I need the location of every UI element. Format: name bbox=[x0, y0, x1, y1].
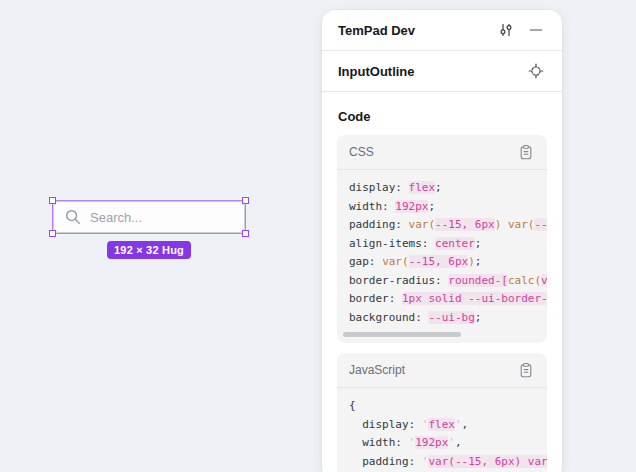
clipboard-icon bbox=[518, 362, 533, 379]
settings-button[interactable] bbox=[496, 20, 516, 40]
css-block-label: CSS bbox=[349, 145, 515, 159]
code-line: { bbox=[349, 397, 535, 416]
tempad-dev-panel: TemPad Dev bbox=[322, 10, 562, 472]
search-icon bbox=[64, 208, 82, 226]
selection-handle-bottom-right[interactable] bbox=[242, 230, 249, 237]
code-line: width: 192px; bbox=[349, 198, 535, 217]
selected-element[interactable]: 192 × 32 Hug bbox=[53, 201, 245, 233]
code-line: display: 'flex', bbox=[349, 416, 535, 435]
search-input-component[interactable] bbox=[53, 201, 245, 233]
css-block-header: CSS bbox=[337, 135, 547, 170]
selected-node-row: InputOutline bbox=[322, 51, 562, 91]
javascript-code-block: JavaScript { display: 'flex', width: '19… bbox=[337, 353, 547, 472]
scrollbar-thumb[interactable] bbox=[343, 332, 461, 337]
code-line: background: --ui-bg; bbox=[349, 309, 535, 328]
panel-header: TemPad Dev bbox=[322, 10, 562, 50]
css-code-block: CSS display: flex;width: 192px;padding: … bbox=[337, 135, 547, 343]
locate-node-button[interactable] bbox=[526, 61, 546, 81]
code-line: padding: var(--15, 6px) var(-- bbox=[349, 216, 535, 235]
selection-handle-top-right[interactable] bbox=[242, 197, 249, 204]
code-section-heading: Code bbox=[322, 92, 562, 135]
selected-node-name: InputOutline bbox=[338, 64, 526, 79]
clipboard-icon bbox=[518, 144, 533, 161]
copy-css-button[interactable] bbox=[515, 142, 535, 162]
javascript-block-header: JavaScript bbox=[337, 353, 547, 388]
code-line: padding: 'var(--15, 6px) var bbox=[349, 453, 535, 472]
code-line: gap: var(--15, 6px); bbox=[349, 253, 535, 272]
search-input[interactable] bbox=[90, 210, 234, 225]
horizontal-scrollbar[interactable] bbox=[343, 332, 541, 337]
code-line: border: 1px solid --ui-border- bbox=[349, 290, 535, 309]
javascript-code[interactable]: { display: 'flex', width: '192px', paddi… bbox=[337, 388, 547, 472]
selection-handle-bottom-left[interactable] bbox=[49, 230, 56, 237]
selection-handle-top-left[interactable] bbox=[49, 197, 56, 204]
minimize-button[interactable] bbox=[526, 20, 546, 40]
minus-icon bbox=[528, 22, 544, 38]
code-line: border-radius: rounded-[calc(v bbox=[349, 272, 535, 291]
selection-size-badge: 192 × 32 Hug bbox=[107, 241, 191, 259]
code-line: width: '192px', bbox=[349, 434, 535, 453]
code-line: display: flex; bbox=[349, 179, 535, 198]
css-code[interactable]: display: flex;width: 192px;padding: var(… bbox=[337, 170, 547, 329]
javascript-block-label: JavaScript bbox=[349, 363, 515, 377]
sliders-icon bbox=[498, 22, 514, 38]
code-line: align-items: center; bbox=[349, 235, 535, 254]
target-icon bbox=[528, 63, 544, 79]
panel-title: TemPad Dev bbox=[338, 23, 496, 38]
copy-javascript-button[interactable] bbox=[515, 360, 535, 380]
